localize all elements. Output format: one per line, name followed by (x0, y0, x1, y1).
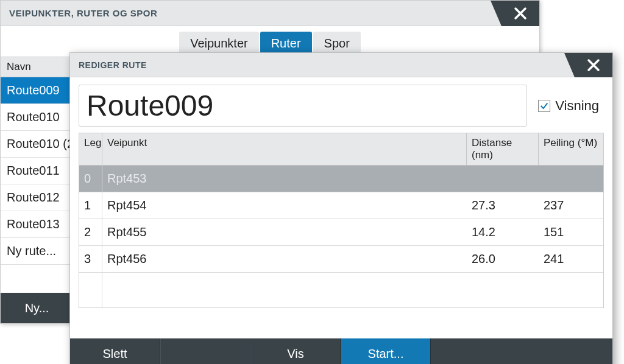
front-body: Visning Leg Veipunkt Distanse (nm) Peili… (70, 77, 612, 308)
cell-leg: 0 (79, 166, 102, 192)
new-button[interactable]: Ny... (1, 293, 74, 323)
cell-distance (467, 166, 539, 192)
column-header-waypoint[interactable]: Veipunkt (102, 133, 467, 165)
display-label: Visning (555, 98, 599, 114)
column-header-distance[interactable]: Distanse (nm) (467, 133, 539, 165)
cell-distance (467, 273, 539, 307)
column-header-bearing[interactable]: Peiling (°M) (539, 133, 603, 165)
legs-table-header: Leg Veipunkt Distanse (nm) Peiling (°M) (79, 133, 603, 166)
start-button[interactable]: Start... (341, 338, 431, 364)
cell-distance: 14.2 (467, 219, 539, 245)
table-row-empty[interactable] (79, 273, 603, 308)
cell-waypoint: Rpt455 (102, 219, 467, 245)
close-icon (513, 6, 528, 21)
table-row[interactable]: 2 Rpt455 14.2 151 (79, 219, 603, 246)
name-row: Visning (79, 85, 604, 127)
column-header-leg[interactable]: Leg (79, 133, 102, 165)
table-row[interactable]: 0 Rpt453 (79, 166, 603, 192)
cell-distance: 27.3 (467, 192, 539, 219)
cell-distance: 26.0 (467, 246, 539, 272)
column-header-name[interactable]: Navn (1, 57, 37, 77)
action-slot-empty (160, 338, 250, 364)
cell-leg: 2 (79, 219, 102, 245)
front-titlebar: REDIGER RUTE (70, 53, 612, 77)
front-close-button[interactable] (575, 53, 612, 77)
display-checkbox-wrap[interactable]: Visning (538, 98, 604, 114)
front-window-title: REDIGER RUTE (70, 60, 147, 70)
cell-waypoint (102, 273, 467, 307)
delete-button[interactable]: Slett (70, 338, 160, 364)
tab-tracks[interactable]: Spor (313, 32, 361, 55)
cell-bearing: 151 (539, 219, 603, 245)
cell-leg: 1 (79, 192, 102, 219)
cell-leg: 3 (79, 246, 102, 272)
legs-table: Leg Veipunkt Distanse (nm) Peiling (°M) … (79, 133, 604, 308)
display-checkbox[interactable] (538, 100, 550, 112)
back-window-title: VEIPUNKTER, RUTER OG SPOR (1, 8, 157, 18)
cell-waypoint: Rpt456 (102, 246, 467, 272)
cell-bearing: 237 (539, 192, 603, 219)
front-actions-bar: Slett Vis Start... (70, 338, 612, 364)
check-icon (539, 101, 549, 111)
route-name-input[interactable] (79, 85, 527, 127)
table-row[interactable]: 3 Rpt456 26.0 241 (79, 246, 603, 273)
table-row[interactable]: 1 Rpt454 27.3 237 (79, 192, 603, 219)
front-spacer (70, 308, 612, 338)
cell-bearing: 241 (539, 246, 603, 272)
back-titlebar: VEIPUNKTER, RUTER OG SPOR (1, 1, 539, 26)
show-button[interactable]: Vis (250, 338, 341, 364)
cell-bearing (539, 166, 603, 192)
tab-routes[interactable]: Ruter (260, 32, 312, 55)
close-icon (586, 58, 601, 72)
back-close-button[interactable] (502, 1, 539, 26)
tab-waypoints[interactable]: Veipunkter (179, 32, 259, 55)
cell-leg (79, 273, 102, 307)
cell-waypoint: Rpt454 (102, 192, 467, 219)
cell-waypoint: Rpt453 (102, 166, 467, 192)
cell-bearing (539, 273, 603, 307)
edit-route-window: REDIGER RUTE Visning Leg Veipunkt Distan… (69, 52, 613, 364)
